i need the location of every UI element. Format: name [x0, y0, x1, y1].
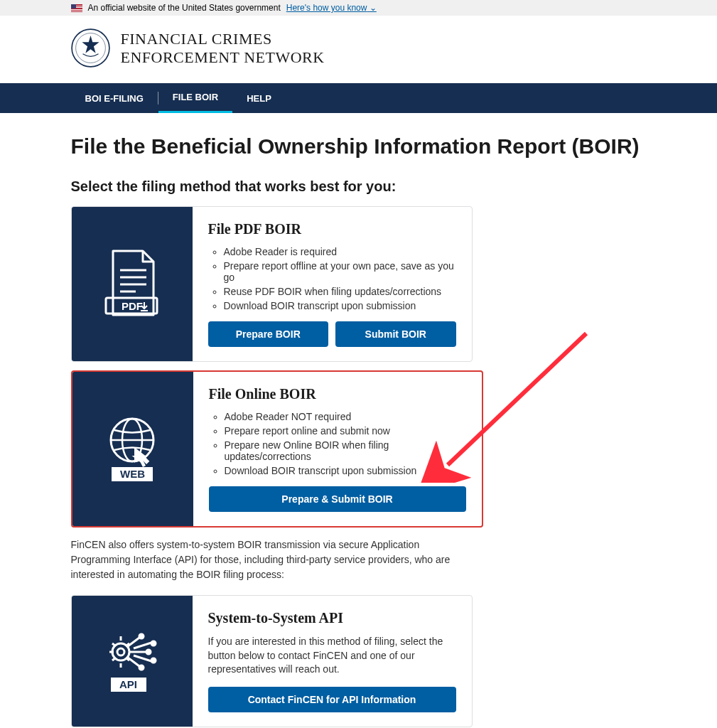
- gov-banner: An official website of the United States…: [0, 0, 717, 16]
- card-api: API System-to-System API If you are inte…: [71, 595, 473, 727]
- card-pdf: PDF File PDF BOIR Adobe Reader is requir…: [71, 206, 473, 362]
- prepare-boir-button[interactable]: Prepare BOIR: [208, 321, 329, 347]
- svg-point-20: [139, 634, 144, 638]
- contact-fincen-button[interactable]: Contact FinCEN for API Information: [208, 687, 456, 712]
- prepare-submit-boir-button[interactable]: Prepare & Submit BOIR: [209, 486, 466, 512]
- main-nav: BOI E-FILING FILE BOIR HELP: [0, 83, 717, 113]
- site-title: FINANCIAL CRIMES ENFORCEMENT NETWORK: [121, 30, 325, 66]
- card-pdf-title: File PDF BOIR: [208, 221, 456, 237]
- submit-boir-button[interactable]: Submit BOIR: [335, 321, 456, 347]
- svg-point-19: [146, 650, 151, 654]
- gov-banner-link[interactable]: Here's how you know ⌄: [286, 3, 377, 13]
- svg-point-15: [117, 648, 124, 655]
- nav-item-boi-efiling[interactable]: BOI E-FILING: [71, 85, 158, 112]
- chevron-down-icon: ⌄: [370, 3, 377, 13]
- page-title: File the Beneficial Ownership Informatio…: [71, 134, 647, 159]
- nav-item-help[interactable]: HELP: [232, 85, 286, 112]
- svg-point-22: [151, 641, 156, 646]
- nav-item-file-boir[interactable]: FILE BOIR: [158, 83, 232, 113]
- svg-text:PDF: PDF: [122, 300, 143, 312]
- svg-point-23: [151, 658, 156, 663]
- card-api-title: System-to-System API: [208, 610, 456, 626]
- card-online-title: File Online BOIR: [209, 386, 466, 402]
- svg-text:API: API: [119, 678, 137, 690]
- page-subheading: Select the filing method that works best…: [71, 178, 647, 195]
- fincen-seal-icon: [71, 28, 110, 68]
- api-note: FinCEN also offers system-to-system BOIR…: [71, 537, 469, 582]
- api-gear-icon: API: [98, 622, 166, 700]
- pdf-file-icon: PDF: [100, 245, 164, 323]
- svg-point-21: [139, 665, 144, 670]
- card-online-bullets: Adobe Reader NOT required Prepare report…: [225, 411, 466, 476]
- svg-line-17: [128, 638, 139, 646]
- card-pdf-bullets: Adobe Reader is required Prepare report …: [224, 246, 456, 311]
- svg-line-18: [128, 658, 139, 666]
- card-api-desc: If you are interested in this method of …: [208, 635, 456, 677]
- card-online: WEB File Online BOIR Adobe Reader NOT re…: [71, 370, 483, 528]
- svg-line-24: [134, 643, 151, 648]
- svg-text:WEB: WEB: [120, 468, 145, 480]
- us-flag-icon: [71, 4, 82, 12]
- site-header: FINANCIAL CRIMES ENFORCEMENT NETWORK: [0, 16, 717, 83]
- svg-line-25: [134, 655, 151, 661]
- web-globe-icon: WEB: [99, 410, 166, 488]
- gov-banner-text: An official website of the United States…: [88, 3, 281, 13]
